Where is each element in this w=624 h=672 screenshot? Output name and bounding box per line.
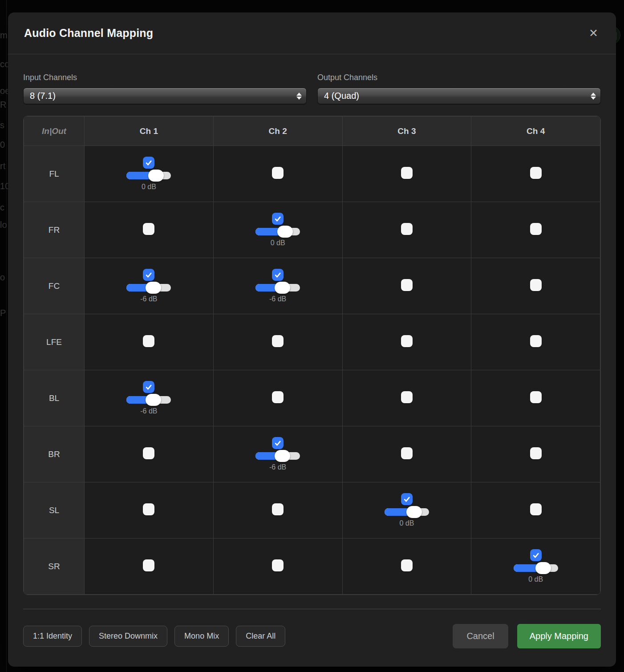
matrix-row-fc: FC-6 dB-6 dB	[24, 258, 600, 314]
matrix-row-label: BR	[24, 426, 85, 482]
mapping-checkbox[interactable]	[530, 549, 542, 561]
mapping-cell-lfe-ch3	[342, 314, 471, 370]
mapping-cell-br-ch2: -6 dB	[213, 426, 342, 482]
mapping-cell-fc-ch3	[342, 258, 471, 314]
mapping-checkbox[interactable]	[530, 391, 542, 403]
gain-slider[interactable]	[126, 172, 171, 179]
mapping-checkbox[interactable]	[401, 559, 413, 571]
mapping-cell-fr-ch2: 0 dB	[213, 202, 342, 258]
background-text-fragment: R	[0, 100, 6, 110]
mapping-cell-sr-ch3	[342, 538, 471, 595]
output-channels-select[interactable]: 4 (Quad)	[317, 88, 601, 104]
mapping-checkbox[interactable]	[272, 437, 284, 449]
input-channels-value: 8 (7.1)	[30, 91, 56, 101]
gain-value: -6 dB	[140, 407, 157, 415]
gain-slider[interactable]	[126, 396, 171, 404]
background-text-fragment: c	[0, 202, 4, 213]
mapping-checkbox[interactable]	[530, 279, 542, 291]
matrix-row-sl: SL0 dB	[24, 482, 600, 538]
mapping-checkbox[interactable]	[401, 447, 413, 459]
mapping-cell-sr-ch4: 0 dB	[471, 538, 600, 595]
background-text-fragment: P	[0, 308, 6, 318]
mapping-checkbox[interactable]	[143, 503, 154, 515]
matrix-row-bl: BL-6 dB	[24, 370, 600, 426]
gain-slider-thumb[interactable]	[406, 506, 422, 518]
dialog-title: Audio Channel Mapping	[24, 27, 153, 40]
mapping-cell-lfe-ch4	[471, 314, 600, 370]
gain-slider-thumb[interactable]	[535, 562, 551, 574]
matrix-column-header-ch4: Ch 4	[471, 117, 600, 146]
mapping-checkbox[interactable]	[143, 269, 154, 281]
select-stepper-icon	[591, 93, 596, 100]
mapping-checkbox[interactable]	[401, 223, 413, 235]
mapping-checkbox[interactable]	[530, 167, 542, 179]
mapping-checkbox[interactable]	[530, 335, 542, 347]
mapping-checkbox[interactable]	[272, 167, 284, 179]
background-text-fragment: s	[0, 120, 4, 130]
mapping-checkbox[interactable]	[530, 223, 542, 235]
gain-slider[interactable]	[385, 508, 429, 516]
mapping-cell-br-ch3	[342, 426, 471, 482]
gain-slider-thumb[interactable]	[146, 282, 161, 294]
dialog-body: Input Channels 8 (7.1) Output Channels 4…	[8, 73, 616, 648]
matrix-row-fl: FL0 dB	[24, 146, 600, 202]
mapping-checkbox[interactable]	[143, 157, 154, 169]
mono-mix-button[interactable]: Mono Mix	[174, 626, 229, 647]
select-stepper-icon	[296, 93, 302, 100]
gain-slider-thumb[interactable]	[148, 170, 164, 182]
matrix-row-lfe: LFE	[24, 314, 600, 370]
clear-all-button[interactable]: Clear All	[236, 626, 285, 647]
mapping-cell-sr-ch2	[213, 538, 342, 595]
gain-value: -6 dB	[269, 295, 286, 303]
mapping-checkbox[interactable]	[143, 559, 154, 571]
gain-slider-thumb[interactable]	[146, 394, 161, 406]
mapping-cell-sl-ch3: 0 dB	[342, 482, 471, 538]
stereo-downmix-button[interactable]: Stereo Downmix	[89, 626, 167, 647]
footer-divider	[23, 609, 601, 609]
gain-slider[interactable]	[255, 228, 300, 235]
mapping-checkbox[interactable]	[272, 213, 284, 225]
mapping-checkbox[interactable]	[401, 335, 413, 347]
gain-slider-thumb[interactable]	[275, 282, 290, 294]
mapping-cell-fr-ch1	[85, 202, 214, 258]
mapping-cell-sl-ch2	[213, 482, 342, 538]
mapping-cell-fr-ch3	[342, 202, 471, 258]
mapping-checkbox[interactable]	[143, 335, 154, 347]
mapping-checkbox[interactable]	[143, 447, 154, 459]
matrix-row-label: BL	[24, 370, 85, 426]
cancel-button[interactable]: Cancel	[453, 624, 508, 648]
mapping-checkbox[interactable]	[272, 269, 284, 281]
mapping-checkbox[interactable]	[401, 493, 413, 505]
gain-slider-thumb[interactable]	[277, 226, 293, 238]
mapping-checkbox[interactable]	[272, 503, 284, 515]
mapping-cell-fl-ch1: 0 dB	[85, 146, 214, 202]
mapping-checkbox[interactable]	[401, 167, 413, 179]
background-text-fragment: lo	[0, 220, 7, 230]
gain-slider[interactable]	[255, 452, 300, 460]
close-icon[interactable]: ✕	[589, 28, 598, 39]
background-text-fragment: o	[0, 272, 5, 283]
mapping-cell-fc-ch2: -6 dB	[213, 258, 342, 314]
mapping-checkbox[interactable]	[272, 335, 284, 347]
gain-value: 0 dB	[528, 575, 543, 583]
mapping-checkbox[interactable]	[143, 223, 154, 235]
mapping-checkbox[interactable]	[401, 279, 413, 291]
mapping-cell-fc-ch1: -6 dB	[85, 258, 214, 314]
gain-slider[interactable]	[126, 284, 171, 291]
mapping-checkbox[interactable]	[272, 391, 284, 403]
gain-slider[interactable]	[514, 564, 558, 572]
1-1-identity-button[interactable]: 1:1 Identity	[23, 626, 82, 647]
mapping-checkbox[interactable]	[530, 447, 542, 459]
mapping-matrix: In|OutCh 1Ch 2Ch 3Ch 4FL0 dBFR0 dBFC-6 d…	[23, 116, 601, 595]
mapping-checkbox[interactable]	[143, 381, 154, 393]
input-channels-select[interactable]: 8 (7.1)	[23, 88, 307, 104]
matrix-row-label: FC	[24, 258, 85, 314]
gain-slider[interactable]	[255, 284, 300, 291]
gain-slider-thumb[interactable]	[275, 450, 290, 462]
gain-value: 0 dB	[142, 183, 156, 191]
mapping-checkbox[interactable]	[272, 559, 284, 571]
apply-mapping-button[interactable]: Apply Mapping	[517, 624, 601, 648]
mapping-cell-lfe-ch2	[213, 314, 342, 370]
mapping-checkbox[interactable]	[401, 391, 413, 403]
mapping-checkbox[interactable]	[530, 503, 542, 515]
